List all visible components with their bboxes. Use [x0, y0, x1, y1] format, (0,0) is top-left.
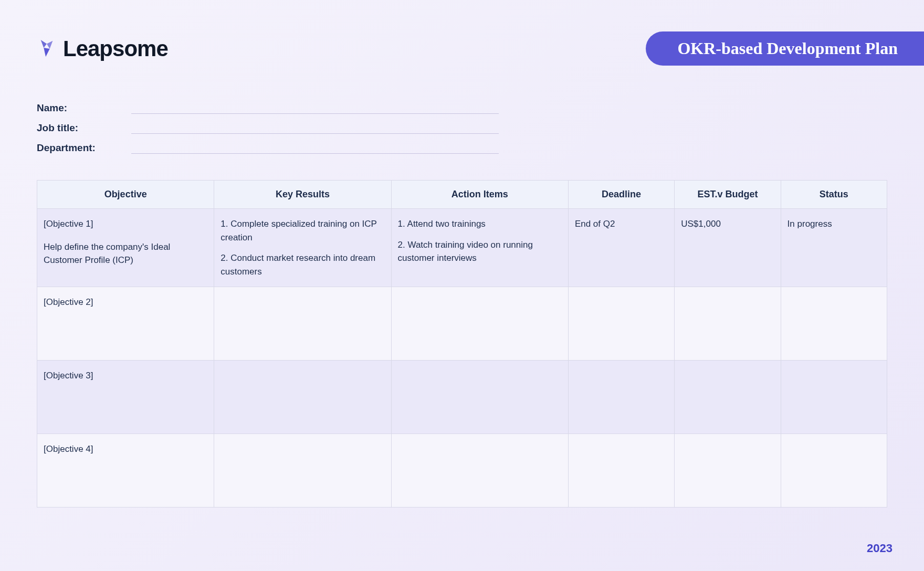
job-title-label: Job title: — [37, 122, 131, 134]
header-budget: EST.v Budget — [675, 181, 781, 209]
cell-key-results[interactable] — [214, 434, 391, 507]
cell-key-results[interactable] — [214, 287, 391, 361]
cell-status[interactable] — [781, 287, 887, 361]
cell-objective[interactable]: [Objective 1] Help define the company's … — [37, 209, 214, 287]
cell-objective[interactable]: [Objective 3] — [37, 361, 214, 434]
cell-budget[interactable] — [675, 434, 781, 507]
cell-action-items[interactable]: 1. Attend two trainings 2. Watch trainin… — [391, 209, 568, 287]
name-label: Name: — [37, 102, 131, 114]
objective-title: [Objective 2] — [44, 295, 207, 309]
cell-key-results[interactable] — [214, 361, 391, 434]
cell-deadline[interactable] — [568, 361, 674, 434]
objective-title: [Objective 1] — [44, 217, 207, 231]
name-field-row: Name: — [37, 102, 887, 114]
cell-deadline[interactable] — [568, 434, 674, 507]
cell-objective[interactable]: [Objective 4] — [37, 434, 214, 507]
cell-budget[interactable] — [675, 287, 781, 361]
leapsome-logo-icon — [37, 39, 57, 59]
cell-key-results[interactable]: 1. Complete specialized training on ICP … — [214, 209, 391, 287]
table-row: [Objective 2] — [37, 287, 887, 361]
cell-budget[interactable] — [675, 361, 781, 434]
action-item-2: 2. Watch training video on running custo… — [398, 238, 562, 265]
department-field-row: Department: — [37, 142, 887, 154]
header-status: Status — [781, 181, 887, 209]
info-fields: Name: Job title: Department: — [37, 102, 887, 154]
key-result-2: 2. Conduct market research into dream cu… — [220, 251, 384, 278]
cell-budget[interactable]: US$1,000 — [675, 209, 781, 287]
cell-action-items[interactable] — [391, 434, 568, 507]
name-input-line[interactable] — [131, 102, 499, 114]
okr-table: Objective Key Results Action Items Deadl… — [37, 180, 887, 507]
cell-deadline[interactable] — [568, 287, 674, 361]
document-title: OKR-based Development Plan — [646, 31, 924, 66]
key-result-1: 1. Complete specialized training on ICP … — [220, 217, 384, 244]
cell-status[interactable] — [781, 361, 887, 434]
cell-deadline[interactable]: End of Q2 — [568, 209, 674, 287]
header-objective: Objective — [37, 181, 214, 209]
header-deadline: Deadline — [568, 181, 674, 209]
header-key-results: Key Results — [214, 181, 391, 209]
header-action-items: Action Items — [391, 181, 568, 209]
department-input-line[interactable] — [131, 142, 499, 154]
logo-text: Leapsome — [63, 36, 168, 61]
table-row: [Objective 3] — [37, 361, 887, 434]
cell-action-items[interactable] — [391, 361, 568, 434]
objective-title: [Objective 3] — [44, 369, 207, 383]
objective-desc: Help define the company's Ideal Customer… — [44, 240, 207, 267]
cell-status[interactable] — [781, 434, 887, 507]
header: Leapsome OKR-based Development Plan — [37, 31, 887, 66]
action-item-1: 1. Attend two trainings — [398, 217, 562, 231]
footer-year: 2023 — [867, 542, 892, 555]
cell-objective[interactable]: [Objective 2] — [37, 287, 214, 361]
job-title-field-row: Job title: — [37, 122, 887, 134]
job-title-input-line[interactable] — [131, 122, 499, 134]
table-row: [Objective 4] — [37, 434, 887, 507]
department-label: Department: — [37, 142, 131, 154]
objective-title: [Objective 4] — [44, 442, 207, 456]
cell-status[interactable]: In progress — [781, 209, 887, 287]
table-header-row: Objective Key Results Action Items Deadl… — [37, 181, 887, 209]
logo: Leapsome — [37, 36, 168, 61]
cell-action-items[interactable] — [391, 287, 568, 361]
table-row: [Objective 1] Help define the company's … — [37, 209, 887, 287]
